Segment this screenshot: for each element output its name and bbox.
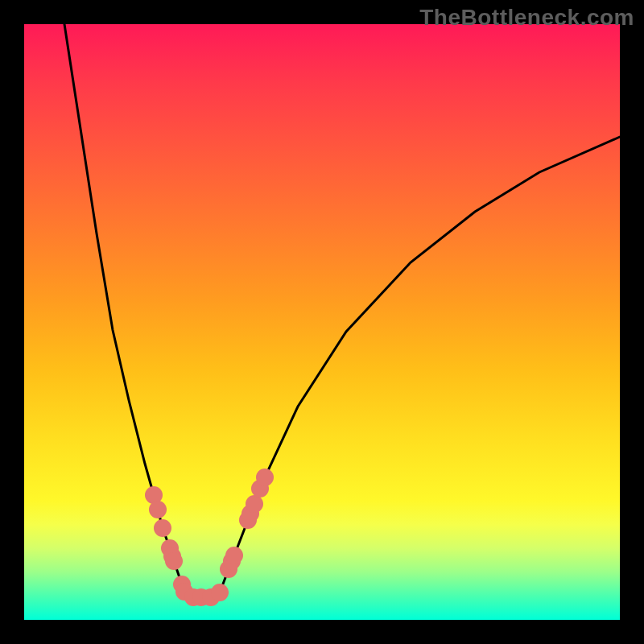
curve-marker <box>246 495 263 513</box>
chart-svg <box>24 24 620 620</box>
curve-marker <box>225 547 243 564</box>
watermark-text: TheBottleneck.com <box>419 5 634 31</box>
chart-frame: TheBottleneck.com <box>0 0 644 644</box>
chart-plot-area <box>24 24 620 620</box>
curve-marker <box>149 501 167 518</box>
curve-marker <box>211 584 229 601</box>
curve-markers <box>145 469 274 606</box>
curve-marker <box>256 469 274 486</box>
curve-marker <box>154 519 171 537</box>
curve-marker <box>165 552 183 570</box>
bottleneck-curve <box>64 24 620 597</box>
